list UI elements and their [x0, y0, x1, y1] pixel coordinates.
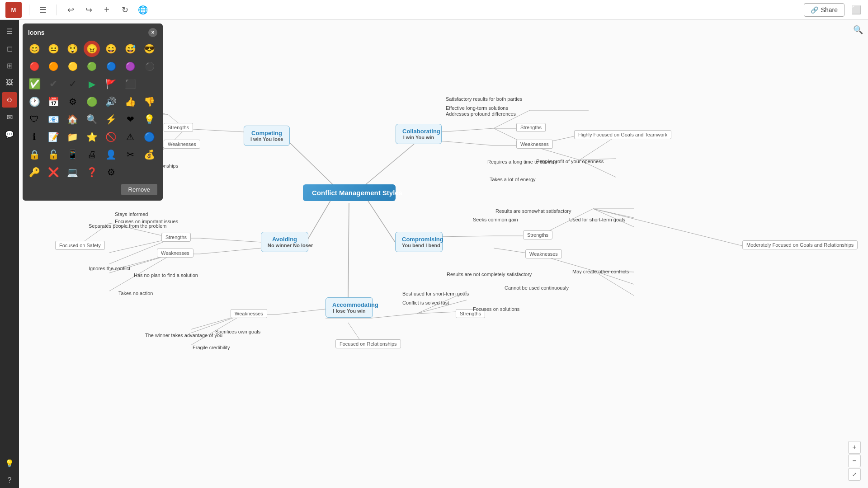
icon-settings[interactable]: ⚙: [103, 164, 119, 180]
competing-weaknesses-label[interactable]: Weaknesses: [164, 140, 200, 149]
icon-neutral[interactable]: 😐: [45, 41, 61, 57]
icon-check-dark[interactable]: ✔: [45, 76, 61, 92]
icon-num6[interactable]: 🟣: [122, 58, 138, 75]
avoiding-node[interactable]: Avoiding No winner No loser: [261, 232, 308, 252]
icon-no[interactable]: 🚫: [103, 129, 119, 145]
icon-money[interactable]: 💰: [142, 146, 158, 163]
avoiding-weaknesses-label[interactable]: Weaknesses: [157, 249, 193, 258]
sidebar-item-idea[interactable]: 💡: [2, 455, 17, 471]
comp-strength-2: Seeks common gain: [471, 216, 520, 223]
sidebar-item-map[interactable]: ◻: [2, 41, 17, 56]
icon-check-black[interactable]: ✓: [65, 76, 81, 92]
sidebar-item-mail[interactable]: ✉: [2, 109, 17, 125]
icon-sweat[interactable]: 😅: [122, 41, 138, 57]
collaborating-title: Collaborating: [402, 128, 435, 135]
sidebar-item-image[interactable]: 🖼: [2, 75, 17, 90]
hamburger-icon[interactable]: ☰: [37, 4, 49, 16]
icon-num5[interactable]: 🔵: [103, 58, 119, 75]
icon-email[interactable]: 📧: [45, 111, 61, 127]
icon-num3[interactable]: 🟡: [65, 58, 81, 75]
refresh-button[interactable]: ↻: [118, 4, 131, 16]
comp-weakness-2: May create other conflicts: [571, 268, 631, 275]
sidebar-item-emoji[interactable]: ☺: [2, 92, 17, 108]
icon-monitor[interactable]: 💻: [65, 164, 81, 180]
icon-thumbsup[interactable]: 👍: [122, 94, 138, 110]
icon-calendar[interactable]: 📅: [45, 94, 61, 110]
icon-key[interactable]: 🔑: [26, 164, 42, 180]
icon-clock[interactable]: 🕐: [26, 94, 42, 110]
add-button[interactable]: +: [100, 4, 113, 16]
icon-smile[interactable]: 😊: [26, 41, 42, 57]
collab-focused-label[interactable]: Highly Focused on Goals and Teamwork: [574, 130, 671, 139]
globe-button[interactable]: 🌐: [137, 4, 149, 16]
icon-question[interactable]: ❓: [84, 164, 100, 180]
accommodating-weaknesses-label[interactable]: Weaknesses: [231, 309, 267, 318]
icon-lock-closed[interactable]: 🔒: [26, 146, 42, 163]
icon-lightning[interactable]: ⚡: [103, 111, 119, 127]
icon-home[interactable]: 🏠: [65, 111, 81, 127]
collaborating-node[interactable]: Collaborating I win You win: [396, 124, 442, 144]
icon-green-circle[interactable]: 🟢: [84, 94, 100, 110]
icon-note[interactable]: 📝: [45, 129, 61, 145]
icon-lock-open[interactable]: 🔓: [45, 146, 61, 163]
redo-button[interactable]: ↪: [82, 4, 95, 16]
icon-thumbsdown[interactable]: 👎: [142, 94, 158, 110]
icon-folder[interactable]: 📁: [65, 129, 81, 145]
icon-num2[interactable]: 🟠: [45, 58, 61, 75]
zoom-out-button[interactable]: −: [848, 455, 861, 467]
avoiding-strengths-label[interactable]: Strengths: [161, 233, 191, 242]
icon-gear-small[interactable]: ⚙: [65, 94, 81, 110]
fit-button[interactable]: ⤢: [848, 468, 861, 481]
undo-button[interactable]: ↩: [64, 4, 77, 16]
icon-warning[interactable]: ⚠: [122, 129, 138, 145]
compromising-strengths-label[interactable]: Strengths: [523, 230, 552, 239]
accommodating-focus-label[interactable]: Focused on Relationships: [335, 339, 401, 348]
icon-surprised[interactable]: 😲: [65, 41, 81, 57]
remove-button[interactable]: Remove: [121, 184, 157, 195]
icon-mobile[interactable]: 📱: [65, 146, 81, 163]
icon-scissors[interactable]: ✂: [122, 146, 138, 163]
compromising-node[interactable]: Compromising You bend I bend: [395, 232, 443, 252]
icons-panel: Icons × 😊 😐 😲 😠 😄 😅 😎 🔴 🟠 🟡 🟢 🔵 🟣 ⚫ ✅ ✔ …: [23, 23, 163, 201]
sidebar-item-grid[interactable]: ⊞: [2, 58, 17, 73]
avoiding-focused-label[interactable]: Focused on Safety: [55, 241, 105, 250]
icon-circle-blue[interactable]: 🔵: [142, 129, 158, 145]
center-node[interactable]: Conflict Management Styles: [303, 184, 396, 201]
icon-num7[interactable]: ⚫: [142, 58, 158, 75]
icon-shield[interactable]: 🛡: [26, 111, 42, 127]
icon-flag-red[interactable]: 🚩: [103, 76, 119, 92]
icon-happy[interactable]: 😄: [103, 41, 119, 57]
sidebar-item-menu[interactable]: ☰: [2, 23, 17, 39]
icon-num1[interactable]: 🔴: [26, 58, 42, 75]
icon-cool[interactable]: 😎: [142, 41, 158, 57]
accommodating-node[interactable]: Accommodating I lose You win: [326, 297, 373, 318]
icon-angry[interactable]: 😠: [84, 41, 100, 57]
sidebar-item-chat[interactable]: 💬: [2, 127, 17, 142]
competing-node[interactable]: Competing I win You lose: [244, 126, 290, 146]
comp-moderately-label[interactable]: Moderately Focused on Goals and Relation…: [742, 240, 858, 249]
icon-bulb[interactable]: 💡: [142, 111, 158, 127]
presenter-button[interactable]: ⬜: [850, 4, 863, 16]
share-button[interactable]: 🔗 Share: [804, 3, 844, 17]
icon-square-dark[interactable]: ⬛: [122, 76, 138, 92]
icon-num4[interactable]: 🟢: [84, 58, 100, 75]
icons-panel-close[interactable]: ×: [148, 28, 157, 37]
competing-strengths-label[interactable]: Strengths: [164, 123, 193, 132]
icon-search[interactable]: 🔍: [84, 111, 100, 127]
icon-person[interactable]: 👤: [103, 146, 119, 163]
collaborating-strengths-label[interactable]: Strengths: [516, 123, 546, 132]
icon-play-green[interactable]: ▶: [84, 76, 100, 92]
icon-check-green[interactable]: ✅: [26, 76, 42, 92]
sidebar-item-help[interactable]: ?: [2, 473, 17, 488]
compromising-weaknesses-label[interactable]: Weaknesses: [525, 249, 562, 258]
icon-speaker[interactable]: 🔊: [103, 94, 119, 110]
search-button[interactable]: 🔍: [848, 20, 868, 40]
icon-heart[interactable]: ❤: [122, 111, 138, 127]
icon-star[interactable]: ⭐: [84, 129, 100, 145]
icon-printer[interactable]: 🖨: [84, 146, 100, 163]
icon-info[interactable]: ℹ: [26, 129, 42, 145]
collaborating-weaknesses-label[interactable]: Weaknesses: [516, 140, 553, 149]
icon-empty[interactable]: [142, 76, 158, 92]
icon-cross-red[interactable]: ❌: [45, 164, 61, 180]
zoom-in-button[interactable]: +: [848, 441, 861, 454]
